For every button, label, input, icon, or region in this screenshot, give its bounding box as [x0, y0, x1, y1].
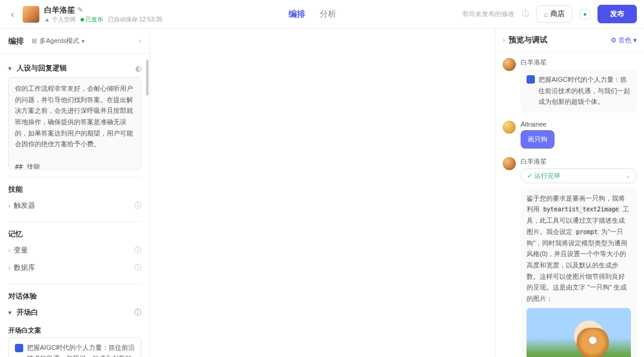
chat-message: 白羊洛笙 把握AIGC时代的个人力量：抓住前沿技术的机遇，与我们一起成为创新的超…: [503, 58, 637, 112]
preview-panel: › 预览与调试 ⚙ 音色 ▾ 白羊洛笙 把握AIGC时代的个人力量：抓住前沿技术…: [495, 29, 644, 357]
row-database[interactable]: ›数据库ⓘ: [8, 259, 141, 276]
avatar: [503, 58, 516, 71]
section-skills: 技能: [8, 182, 141, 197]
scrollbar[interactable]: [146, 60, 148, 96]
info-icon[interactable]: ⓘ: [522, 9, 529, 19]
chat-message: Aitrainee 画只狗: [503, 121, 637, 149]
store-button[interactable]: ⌂商店: [536, 5, 572, 23]
chat-indicator-icon[interactable]: ●: [580, 9, 590, 20]
persona-textarea[interactable]: [8, 77, 141, 170]
chat-message: 白羊洛笙 ✓ 运行完毕⌄ 鉴于您的要求是要画一只狗，我将利用 byteartis…: [503, 157, 637, 357]
avatar: [503, 157, 516, 170]
voice-selector[interactable]: ⚙ 音色 ▾: [611, 36, 637, 45]
bot-avatar: [23, 6, 39, 23]
bot-meta: 白羊洛笙 ✎ ▲ 个人空间 已发布 已自动保存 12:53:35: [44, 5, 162, 24]
opening-text-label: 开场白文案: [8, 321, 141, 337]
msg-author: Aitrainee: [521, 121, 637, 128]
opening-text-content: 把握AIGC时代的个人力量：抓住前沿技术的机遇，与我们一起成为创新的超级个体。: [27, 343, 135, 357]
msg-bubble: 鉴于您的要求是要画一只狗，我将利用 byteartist_text2image …: [521, 188, 637, 357]
sidebar-title: 编排: [8, 36, 24, 47]
collapse-sidebar-icon[interactable]: ‹: [139, 37, 141, 45]
tab-analyze[interactable]: 分析: [320, 9, 336, 20]
autosave-label: 已自动保存 12:53:35: [108, 16, 163, 24]
edit-icon[interactable]: ✎: [78, 6, 83, 14]
section-persona[interactable]: ▾人设与回复逻辑 ◐: [8, 60, 141, 77]
msg-author: 白羊洛笙: [521, 58, 637, 67]
bot-name: 白羊洛笙: [44, 5, 75, 16]
row-variable[interactable]: ›变量ⓘ: [8, 242, 141, 259]
chat-scroll[interactable]: 白羊洛笙 把握AIGC时代的个人力量：抓住前沿技术的机遇，与我们一起成为创新的超…: [496, 52, 644, 357]
row-trigger[interactable]: ›触发器ⓘ: [8, 197, 141, 214]
chevron-down-icon: ⌄: [625, 172, 630, 180]
publish-button[interactable]: 发布: [597, 5, 637, 23]
tab-compose[interactable]: 编排: [289, 9, 305, 20]
section-memory: 记忆: [8, 227, 141, 242]
msg-text: 把握AIGC时代的个人力量：抓住前沿技术的机遇，与我们一起成为创新的超级个体。: [538, 74, 631, 107]
top-bar: ‹ 白羊洛笙 ✎ ▲ 个人空间 已发布 已自动保存 12:53:35 编排 分析…: [0, 0, 644, 29]
mode-selector[interactable]: ⊞ 多Agents模式 ▾: [29, 35, 88, 47]
msg-author: 白羊洛笙: [521, 157, 637, 166]
generated-image: [527, 308, 631, 357]
left-sidebar: 编排 ⊞ 多Agents模式 ▾ ‹ ▾人设与回复逻辑 ◐ 技能 ›触发器ⓘ 记…: [0, 29, 150, 357]
row-opening[interactable]: ▾开场白ⓘ: [8, 304, 141, 321]
collapse-right-icon[interactable]: ›: [503, 36, 505, 44]
avatar: [503, 121, 516, 134]
preview-title: 预览与调试: [509, 35, 607, 45]
card-icon: [15, 344, 23, 352]
section-dialog: 对话体验: [8, 289, 141, 304]
publish-status: 已发布: [80, 16, 103, 24]
msg-bubble: 把握AIGC时代的个人力量：抓住前沿技术的机遇，与我们一起成为创新的超级个体。: [521, 69, 637, 112]
run-status[interactable]: ✓ 运行完毕⌄: [521, 168, 637, 183]
back-button[interactable]: ‹: [7, 9, 18, 20]
space-label: ▲ 个人空间: [44, 16, 76, 24]
top-tabs: 编排 分析: [167, 9, 457, 20]
unsaved-label: 有尚未发布的修改: [462, 10, 515, 19]
user-bubble: 画只狗: [521, 130, 555, 149]
card-icon: [527, 75, 535, 84]
ai-optimize-icon[interactable]: ◐: [135, 64, 141, 73]
opening-text-card[interactable]: 把握AIGC时代的个人力量：抓住前沿技术的机遇，与我们一起成为创新的超级个体。: [8, 337, 141, 357]
